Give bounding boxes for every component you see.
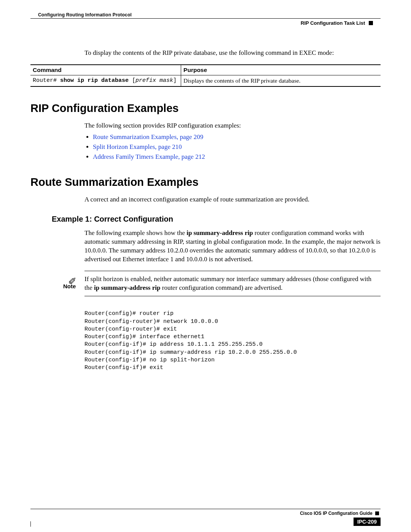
purpose-cell: Displays the contents of the RIP private… [181, 75, 381, 86]
note-top-rule [84, 271, 381, 271]
pencil-icon: ✎ [68, 264, 78, 285]
cli-output: Router(config)# router rip Router(config… [84, 310, 381, 372]
footer-guide-title: Cisco IOS IP Configuration Guide [300, 511, 372, 516]
cmd-prefix: Router# [33, 77, 60, 84]
command-cell: Router# show ip rip database [prefix mas… [30, 75, 181, 86]
note-cmd-bold: ip summary-address rip [94, 284, 160, 291]
col-header-purpose: Purpose [181, 65, 381, 75]
list-item: Route Summarization Examples, page 209 [93, 133, 381, 141]
route-summarization-intro: A correct and an incorrect configuration… [84, 195, 381, 204]
note-body: If split horizon is enabled, neither aut… [84, 275, 381, 292]
header-marker-icon [369, 21, 373, 25]
note-bottom-rule [84, 296, 381, 296]
section-running-head-text: RIP Configuration Task List [301, 20, 365, 26]
intro-paragraph: To display the contents of the RIP priva… [84, 49, 381, 58]
command-table: Command Purpose Router# show ip rip data… [30, 64, 381, 87]
cmd-suffix-open: [ [129, 77, 135, 84]
note-block: ✎ Note If split horizon is enabled, neit… [63, 271, 381, 304]
example-1-paragraph: The following example shows how the ip s… [84, 229, 381, 264]
ex1-text-pre: The following example shows how the [84, 229, 186, 236]
list-item: Split Horizon Examples, page 210 [93, 143, 381, 151]
cmd-italic: prefix mask [135, 77, 173, 84]
ex1-cmd-bold: ip summary-address rip [186, 229, 253, 236]
examples-intro: The following section provides RIP confi… [84, 121, 381, 130]
examples-link-list: Route Summarization Examples, page 209 S… [84, 133, 381, 161]
footer-marker-icon [375, 511, 379, 515]
section-running-head: RIP Configuration Task List [30, 20, 381, 26]
list-item: Address Family Timers Example, page 212 [93, 153, 381, 161]
header-rule [30, 18, 381, 19]
heading-rip-config-examples: RIP Configuration Examples [30, 102, 381, 115]
page-footer: Cisco IOS IP Configuration Guide [30, 509, 381, 516]
page-number: IPC-209 [354, 518, 381, 526]
cmd-suffix-close: ] [173, 77, 177, 84]
heading-route-summarization: Route Summarization Examples [30, 176, 381, 189]
note-text-post: router configuration command) are advert… [160, 284, 282, 291]
cmd-bold: show ip rip database [60, 77, 129, 84]
link-split-horizon[interactable]: Split Horizon Examples, page 210 [93, 143, 182, 150]
chapter-running-head: Configuring Routing Information Protocol [38, 12, 381, 18]
link-route-summarization[interactable]: Route Summarization Examples, page 209 [93, 133, 203, 141]
table-row: Router# show ip rip database [prefix mas… [30, 75, 381, 86]
link-address-family-timers[interactable]: Address Family Timers Example, page 212 [93, 153, 205, 160]
crop-mark-icon [30, 521, 32, 527]
heading-example-1: Example 1: Correct Configuration [52, 215, 381, 224]
table-header-row: Command Purpose [30, 65, 381, 75]
footer-rule [30, 509, 381, 509]
col-header-command: Command [30, 65, 181, 75]
